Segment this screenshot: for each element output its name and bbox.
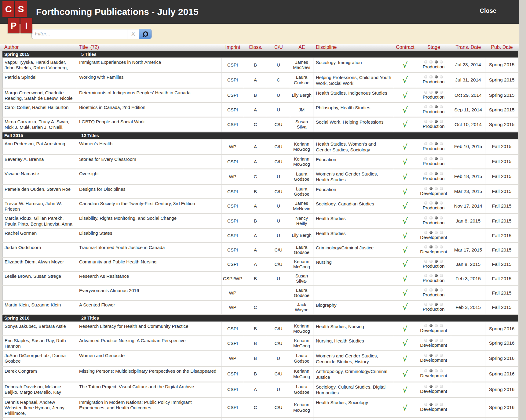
stage-orb[interactable]: [440, 369, 443, 372]
stage-orb[interactable]: [440, 91, 443, 94]
stage-orb[interactable]: [435, 91, 438, 94]
stage-orb[interactable]: [435, 120, 438, 123]
table-row[interactable]: Eric Staples, Susan Ray, Ruth HannonAdva…: [2, 336, 518, 350]
table-row[interactable]: Elizabeth Diem, Alwyn MoyerCommunity and…: [2, 258, 518, 271]
stage-orb[interactable]: [429, 245, 433, 248]
stage-orb[interactable]: [429, 354, 433, 357]
stage-orb[interactable]: [424, 172, 427, 175]
stage-orb[interactable]: [429, 339, 433, 342]
stage-orb[interactable]: [429, 403, 433, 406]
stage-orb[interactable]: [424, 91, 427, 94]
stage-orb[interactable]: [440, 403, 443, 406]
stage-orb[interactable]: [429, 216, 433, 219]
table-row[interactable]: Judah OudshoornTrauma-Informed Youth Jus…: [2, 243, 518, 257]
stage-orb[interactable]: [435, 105, 438, 108]
stage-orb[interactable]: [435, 339, 438, 342]
stage-orb[interactable]: [440, 142, 443, 145]
stage-orb[interactable]: [424, 324, 427, 327]
stage-orb[interactable]: [429, 274, 433, 277]
table-row[interactable]: Pat Armstrong, Dennis Raphael, Elizabeth…: [2, 418, 518, 420]
stage-orb[interactable]: [424, 157, 427, 160]
table-row[interactable]: Leslie Brown, Susan StregaResearch As Re…: [2, 272, 518, 285]
clear-filter-button[interactable]: X: [127, 29, 139, 39]
stage-orb[interactable]: [429, 187, 433, 190]
column-header-contract[interactable]: Contract: [394, 45, 416, 50]
table-row[interactable]: Patricia SpindelWorking with FamiliesCSP…: [2, 73, 518, 88]
stage-orb[interactable]: [440, 288, 443, 291]
stage-orb[interactable]: [440, 157, 443, 160]
table-row[interactable]: Trevor W. Harrison, John W. FriesenCanad…: [2, 199, 518, 213]
stage-orb[interactable]: [435, 216, 438, 219]
stage-orb[interactable]: [435, 369, 438, 372]
column-header-cu[interactable]: C/U: [267, 45, 290, 50]
stage-orb[interactable]: [435, 288, 438, 291]
stage-orb[interactable]: [429, 201, 433, 205]
stage-orb[interactable]: [440, 260, 443, 263]
stage-orb[interactable]: [424, 303, 427, 306]
stage-orb[interactable]: [435, 75, 438, 78]
stage-orb[interactable]: [424, 354, 427, 357]
table-row[interactable]: Martin Klein, Suzanne KleinA Scented Flo…: [2, 301, 518, 314]
table-row[interactable]: Sonya Jakubec, Barbara AstleResearch Lit…: [2, 322, 518, 335]
stage-orb[interactable]: [440, 216, 443, 219]
table-row[interactable]: Mirna Carranza, Tracy A. Swan, Nick J. M…: [2, 118, 518, 132]
stage-orb[interactable]: [424, 60, 427, 63]
table-row[interactable]: Ann Pederson, Pat ArmstrongWomen's Healt…: [2, 139, 518, 154]
stage-orb[interactable]: [429, 288, 433, 291]
stage-orb[interactable]: [424, 403, 427, 406]
stage-orb[interactable]: [429, 91, 433, 94]
stage-orb[interactable]: [435, 385, 438, 388]
stage-orb[interactable]: [429, 385, 433, 388]
stage-orb[interactable]: [435, 201, 438, 205]
column-header-imprint[interactable]: Imprint: [221, 45, 244, 50]
stage-orb[interactable]: [440, 172, 443, 175]
table-row[interactable]: Carol Collier, Rachel HaliburtonBioethic…: [2, 103, 518, 117]
stage-orb[interactable]: [429, 172, 433, 175]
stage-orb[interactable]: [440, 354, 443, 357]
stage-orb[interactable]: [429, 303, 433, 306]
table-row[interactable]: Vappu Tyyskä, Harald Bauder, John Shield…: [2, 58, 518, 72]
stage-orb[interactable]: [440, 231, 443, 234]
stage-orb[interactable]: [440, 324, 443, 327]
stage-orb[interactable]: [424, 216, 427, 219]
table-row[interactable]: Dennis Raphael, Andrew Webster, Ilene Hy…: [2, 398, 518, 418]
stage-orb[interactable]: [424, 260, 427, 263]
stage-orb[interactable]: [424, 369, 427, 372]
stage-orb[interactable]: [435, 403, 438, 406]
stage-orb[interactable]: [424, 142, 427, 145]
stage-orb[interactable]: [424, 201, 427, 205]
table-row[interactable]: Margo Greenwood, Charlotte Reading, Sara…: [2, 89, 518, 103]
stage-orb[interactable]: [424, 339, 427, 342]
column-header-stage[interactable]: Stage: [416, 45, 451, 50]
stage-orb[interactable]: [440, 187, 443, 190]
stage-orb[interactable]: [440, 303, 443, 306]
search-button[interactable]: [139, 29, 152, 39]
stage-orb[interactable]: [429, 369, 433, 372]
stage-orb[interactable]: [424, 187, 427, 190]
stage-orb[interactable]: [440, 201, 443, 205]
stage-orb[interactable]: [435, 231, 438, 234]
stage-orb[interactable]: [424, 231, 427, 234]
table-row[interactable]: JoAnn DiGeorgio-Lutz, Donna GosbeeWomen …: [2, 351, 518, 366]
stage-orb[interactable]: [435, 274, 438, 277]
table-row[interactable]: Viviane NamasteOversightWPCULaura Godsoe…: [2, 169, 518, 184]
stage-orb[interactable]: [435, 245, 438, 248]
stage-orb[interactable]: [424, 105, 427, 108]
stage-orb[interactable]: [440, 75, 443, 78]
stage-orb[interactable]: [440, 385, 443, 388]
stage-orb[interactable]: [424, 288, 427, 291]
stage-orb[interactable]: [424, 245, 427, 248]
close-button[interactable]: Close: [480, 7, 496, 14]
stage-orb[interactable]: [440, 60, 443, 63]
column-header-discipline[interactable]: Discipline: [313, 45, 394, 50]
table-row[interactable]: Marcia Rioux, Gillian Parekh, Paula Pint…: [2, 214, 518, 228]
column-header-pub-date[interactable]: Pub. Date: [485, 45, 518, 50]
stage-orb[interactable]: [424, 385, 427, 388]
column-header-class[interactable]: Class.: [244, 45, 267, 50]
stage-orb[interactable]: [435, 260, 438, 263]
stage-orb[interactable]: [424, 120, 427, 123]
stage-orb[interactable]: [429, 120, 433, 123]
table-row[interactable]: Beverley A. BrennaStories for Every Clas…: [2, 155, 518, 168]
table-row[interactable]: Derek CongramMissing Persons: Multidisci…: [2, 367, 518, 382]
stage-orb[interactable]: [435, 142, 438, 145]
